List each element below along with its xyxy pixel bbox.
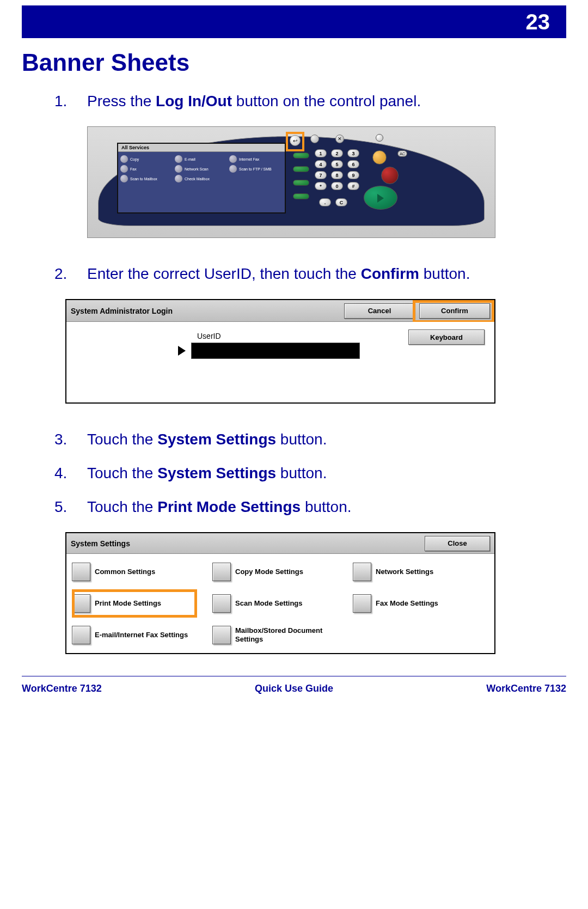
step-text: Touch the System Settings button. [87, 465, 566, 482]
settings-option[interactable]: Network Settings [353, 563, 489, 581]
keypad-key[interactable]: 9 [347, 171, 359, 179]
step-number: 4. [54, 465, 87, 482]
step-3: 3. Touch the System Settings button. [54, 431, 566, 448]
start-button[interactable] [364, 186, 397, 210]
step-text: Touch the Print Mode Settings button. [87, 498, 566, 516]
step-text: Enter the correct UserID, then touch the… [87, 265, 566, 283]
feature-button[interactable] [293, 152, 309, 158]
settings-option-label: Mailbox/Stored Document Settings [235, 626, 348, 643]
page-title: Banner Sheets [22, 49, 566, 76]
service-icon[interactable]: Scan to FTP / SMB [229, 165, 283, 173]
step-text: Touch the System Settings button. [87, 431, 566, 448]
square-button-icon [212, 563, 231, 581]
keypad-key[interactable]: C [335, 198, 347, 206]
square-button-icon [212, 626, 231, 644]
keyboard-button[interactable]: Keyboard [408, 330, 485, 345]
settings-option[interactable]: Print Mode Settings [72, 594, 208, 613]
step-number: 1. [54, 93, 87, 110]
page-number: 23 [526, 10, 550, 34]
square-button-icon [72, 594, 90, 613]
service-glyph-icon [175, 175, 182, 182]
settings-option-label: Copy Mode Settings [235, 568, 303, 576]
settings-option[interactable]: Copy Mode Settings [212, 563, 348, 581]
settings-option[interactable]: Mailbox/Stored Document Settings [212, 626, 348, 644]
cursor-triangle-icon [178, 346, 186, 356]
indicator-light [376, 134, 383, 142]
service-glyph-icon [229, 165, 237, 173]
close-button[interactable]: Close [425, 536, 490, 551]
interrupt-button[interactable] [372, 150, 387, 164]
square-button-icon [353, 563, 371, 581]
keypad-key[interactable]: * [315, 182, 327, 190]
square-button-icon [212, 594, 231, 613]
square-button-icon [353, 594, 371, 613]
feature-button[interactable] [293, 166, 309, 172]
step-1: 1. Press the Log In/Out button on the co… [54, 93, 566, 110]
service-icon[interactable]: Internet Fax [229, 155, 283, 163]
system-settings-dialog: System Settings Close Common SettingsCop… [65, 532, 495, 654]
settings-option-label: Common Settings [95, 568, 155, 576]
settings-option[interactable]: Scan Mode Settings [212, 594, 348, 613]
keypad-key[interactable]: 3 [347, 149, 359, 157]
footer-left: WorkCentre 7132 [22, 683, 102, 694]
feature-button[interactable] [293, 193, 309, 199]
service-icon[interactable]: Scan to Mailbox [120, 175, 174, 182]
small-round-button[interactable] [310, 135, 319, 143]
keypad-key[interactable]: 2 [331, 149, 343, 157]
service-label: E-mail [185, 157, 195, 161]
dialog-title: System Administrator Login [71, 307, 340, 315]
feature-button[interactable] [293, 180, 309, 186]
all-services-tab[interactable]: All Services [118, 144, 285, 152]
keypad-key[interactable]: 4 [315, 160, 327, 168]
keypad-key[interactable]: 6 [347, 160, 359, 168]
settings-option-label: Scan Mode Settings [235, 599, 303, 608]
keypad-key[interactable]: 0 [331, 182, 343, 190]
step-5: 5. Touch the Print Mode Settings button. [54, 498, 566, 516]
clear-x-button[interactable]: ✕ [335, 135, 344, 143]
service-glyph-icon [175, 165, 182, 173]
step-text: Press the Log In/Out button on the contr… [87, 93, 566, 110]
keypad-key[interactable]: 8 [331, 171, 343, 179]
keypad-key[interactable]: 1 [315, 149, 327, 157]
service-icon[interactable]: Network Scan [175, 165, 228, 173]
service-label: Scan to Mailbox [130, 177, 157, 181]
service-glyph-icon [175, 155, 182, 163]
service-glyph-icon [120, 175, 128, 182]
settings-option-label: Print Mode Settings [95, 599, 161, 608]
service-icon[interactable]: E-mail [175, 155, 228, 163]
touchscreen: All Services CopyE-mailInternet FaxFaxNe… [117, 143, 286, 213]
keypad-key[interactable]: . [319, 198, 331, 206]
service-label: Internet Fax [239, 157, 259, 161]
cancel-button[interactable]: Cancel [344, 303, 415, 319]
step-4: 4. Touch the System Settings button. [54, 465, 566, 482]
settings-option[interactable]: E-mail/Internet Fax Settings [72, 626, 208, 644]
service-label: Scan to FTP / SMB [239, 167, 272, 171]
keypad-key[interactable]: 5 [331, 160, 343, 168]
login-dialog: System Administrator Login Cancel Confir… [65, 299, 495, 404]
stop-button[interactable] [381, 167, 399, 184]
dialog-title: System Settings [71, 539, 420, 548]
service-icon[interactable]: Check Mailbox [175, 175, 228, 182]
settings-option[interactable]: Common Settings [72, 563, 208, 581]
keypad-key[interactable]: 7 [315, 171, 327, 179]
header-bar: 23 [22, 5, 566, 38]
service-icon[interactable]: Fax [120, 165, 174, 173]
settings-option[interactable]: Fax Mode Settings [353, 594, 489, 613]
userid-input[interactable] [191, 343, 360, 359]
service-glyph-icon [229, 155, 237, 163]
ac-button[interactable]: AC [397, 150, 407, 157]
settings-option-label: Fax Mode Settings [376, 599, 438, 608]
service-label: Copy [130, 157, 139, 161]
settings-option-label: E-mail/Internet Fax Settings [95, 631, 188, 639]
service-glyph-icon [120, 165, 128, 173]
square-button-icon [72, 563, 90, 581]
footer-center: Quick Use Guide [255, 683, 333, 694]
keypad-key[interactable]: # [347, 182, 359, 190]
footer-right: WorkCentre 7132 [486, 683, 566, 694]
square-button-icon [72, 626, 90, 644]
confirm-button[interactable]: Confirm [419, 303, 490, 319]
step-2: 2. Enter the correct UserID, then touch … [54, 265, 566, 283]
service-icon[interactable]: Copy [120, 155, 174, 163]
step-number: 5. [54, 498, 87, 516]
service-glyph-icon [120, 155, 128, 163]
